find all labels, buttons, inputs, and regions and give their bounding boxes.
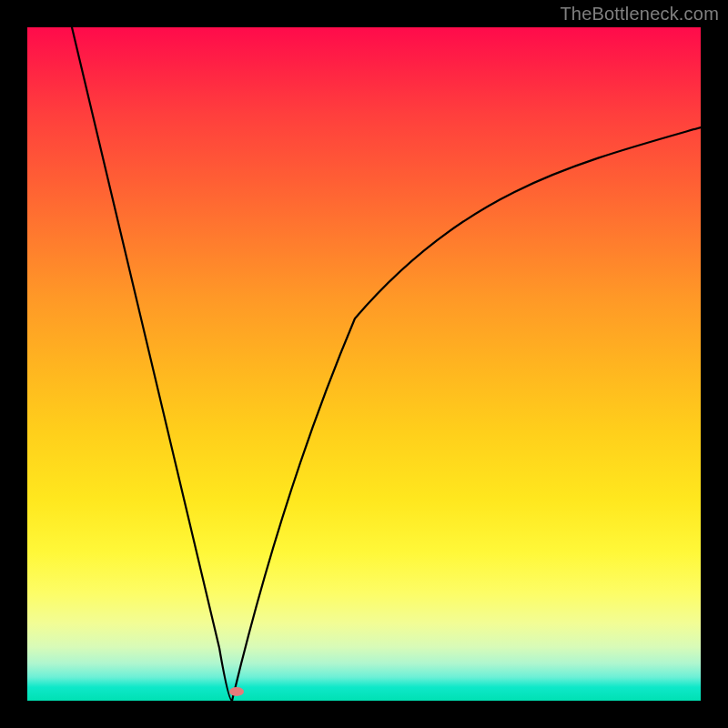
optimal-point-marker: [229, 687, 244, 696]
chart-frame: TheBottleneck.com: [0, 0, 728, 728]
bottleneck-curve: [27, 27, 701, 701]
plot-area: [27, 27, 701, 701]
watermark-text: TheBottleneck.com: [560, 4, 719, 25]
